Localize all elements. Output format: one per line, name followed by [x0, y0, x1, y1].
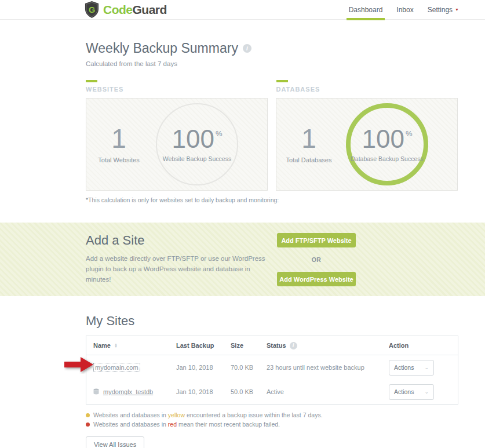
codeguard-logo[interactable]: G CodeGuard [84, 1, 167, 19]
chevron-down-icon: ⌄ [424, 365, 429, 370]
status-info-icon[interactable]: i [290, 342, 297, 349]
caret-down-icon: ▼ [455, 8, 459, 12]
my-sites-title: My Sites [86, 314, 458, 329]
page-title: Weekly Backup Summary [86, 41, 238, 56]
column-header-last-backup: Last Backup [176, 342, 231, 349]
websites-stat-card: 1 Total Websites 100 % Website Backup Su… [86, 98, 268, 191]
sites-table: Name ▲ ▼ Last Backup Size Status i Actio… [86, 336, 458, 405]
column-header-action: Action [389, 342, 458, 349]
website-success-percent: 100 [172, 126, 214, 152]
databases-stat-card: 1 Total Databases 100 % Database Backup … [276, 98, 458, 191]
add-site-section: Add a Site Add a website directly over F… [0, 223, 485, 296]
total-websites-value: 1 [86, 125, 151, 152]
legend-yellow-line: Websites and databases in yellow encount… [86, 410, 458, 420]
chevron-down-icon: ⌄ [424, 389, 429, 395]
size-value: 50.0 KB [231, 388, 267, 395]
main-nav: Dashboard Inbox Settings ▼ [349, 0, 459, 19]
database-success-label: Database Backup Success [351, 155, 424, 162]
actions-dropdown[interactable]: Actions ⌄ [389, 360, 434, 376]
top-header: G CodeGuard Dashboard Inbox Settings ▼ [0, 0, 485, 20]
websites-section-label: WEBSITES [86, 86, 268, 93]
websites-accent-bar [86, 80, 97, 82]
table-header-row: Name ▲ ▼ Last Backup Size Status i Actio… [86, 336, 458, 355]
table-row: mydomglx_testdb Jan 10, 2018 50.0 KB Act… [86, 380, 458, 404]
legend-red-line: Websites and databases in red mean their… [86, 420, 458, 429]
brand-wordmark: CodeGuard [103, 3, 167, 17]
page-subtitle: Calculated from the last 7 days [86, 60, 458, 67]
add-ftp-website-button[interactable]: Add FTP/SFTP Website [277, 233, 356, 247]
database-percent-unit: % [406, 130, 413, 137]
last-backup-value: Jan 10, 2018 [176, 388, 231, 395]
databases-section-label: DATABASES [276, 86, 459, 93]
nav-inbox[interactable]: Inbox [396, 0, 413, 19]
nav-settings[interactable]: Settings ▼ [428, 0, 459, 19]
total-databases-label: Total Databases [276, 156, 341, 163]
sort-icon[interactable]: ▲ ▼ [114, 343, 118, 348]
last-backup-value: Jan 10, 2018 [176, 364, 231, 371]
column-header-status: Status i [267, 342, 389, 349]
databases-accent-bar [276, 80, 288, 82]
actions-dropdown[interactable]: Actions ⌄ [389, 384, 434, 400]
view-all-issues-button[interactable]: View All Issues [86, 436, 144, 448]
add-site-title: Add a Site [86, 233, 277, 248]
active-tab-indicator [347, 18, 385, 20]
total-websites-label: Total Websites [86, 156, 151, 163]
shield-logo-icon: G [84, 1, 100, 19]
red-dot-icon [86, 422, 90, 427]
column-header-name: Name ▲ ▼ [93, 342, 176, 349]
status-value: Active [267, 388, 389, 395]
website-success-label: Website Backup Success [163, 155, 231, 162]
add-wordpress-website-button[interactable]: Add WordPress Website [277, 272, 356, 286]
website-percent-unit: % [216, 130, 223, 137]
total-databases-value: 1 [276, 125, 341, 152]
size-value: 70.0 KB [231, 364, 267, 371]
or-label: OR [312, 256, 322, 263]
database-icon [93, 388, 99, 396]
table-row: mydomain.com Jan 10, 2018 70.0 KB 23 hou… [86, 355, 458, 380]
status-value: 23 hours until next website backup [267, 364, 389, 371]
nav-dashboard[interactable]: Dashboard [349, 0, 383, 19]
site-link-testdb[interactable]: mydomglx_testdb [103, 388, 153, 395]
yellow-dot-icon [86, 413, 90, 417]
status-legend: Websites and databases in yellow encount… [86, 410, 458, 429]
database-success-ring: 100 % Database Backup Success [346, 103, 428, 185]
calculation-footnote: *This calculation is only for websites s… [86, 196, 458, 203]
column-header-size: Size [231, 342, 267, 349]
website-success-ring: 100 % Website Backup Success [156, 103, 238, 185]
info-icon[interactable]: i [243, 44, 251, 53]
svg-text:G: G [89, 5, 95, 14]
add-site-description: Add a website directly over FTP/SFTP or … [86, 254, 277, 285]
database-success-percent: 100 [362, 126, 404, 152]
site-link-mydomain[interactable]: mydomain.com [93, 363, 140, 372]
